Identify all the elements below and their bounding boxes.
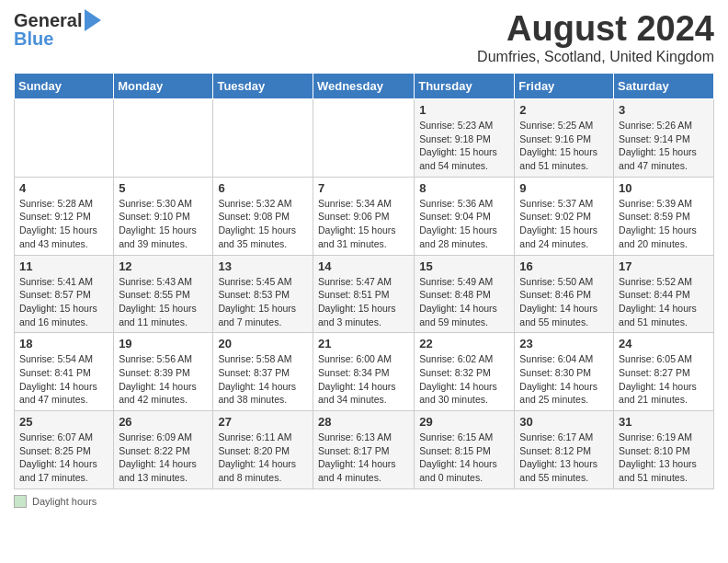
calendar-cell: 24Sunrise: 6:05 AM Sunset: 8:27 PM Dayli…	[614, 333, 714, 411]
calendar-day-header: Friday	[515, 74, 614, 99]
day-info: Sunrise: 5:47 AM Sunset: 8:51 PM Dayligh…	[318, 275, 409, 329]
logo-arrow-icon	[85, 9, 101, 31]
day-number: 28	[318, 415, 409, 429]
calendar-cell: 9Sunrise: 5:37 AM Sunset: 9:02 PM Daylig…	[515, 177, 614, 255]
calendar-cell: 31Sunrise: 6:19 AM Sunset: 8:10 PM Dayli…	[614, 411, 714, 489]
calendar-cell: 2Sunrise: 5:25 AM Sunset: 9:16 PM Daylig…	[515, 99, 614, 178]
calendar-cell: 18Sunrise: 5:54 AM Sunset: 8:41 PM Dayli…	[15, 333, 114, 411]
calendar-cell	[313, 99, 414, 178]
day-number: 5	[119, 181, 208, 195]
day-number: 2	[519, 103, 609, 117]
calendar-cell: 28Sunrise: 6:13 AM Sunset: 8:17 PM Dayli…	[313, 411, 414, 489]
day-info: Sunrise: 5:32 AM Sunset: 9:08 PM Dayligh…	[218, 197, 308, 251]
logo-general-text: General	[14, 11, 82, 29]
calendar-cell: 6Sunrise: 5:32 AM Sunset: 9:08 PM Daylig…	[213, 177, 313, 255]
day-number: 15	[419, 259, 509, 273]
day-number: 14	[318, 259, 409, 273]
calendar-day-header: Saturday	[614, 74, 714, 99]
calendar-cell: 26Sunrise: 6:09 AM Sunset: 8:22 PM Dayli…	[114, 411, 213, 489]
day-info: Sunrise: 6:09 AM Sunset: 8:22 PM Dayligh…	[119, 431, 208, 485]
logo: General Blue	[14, 9, 101, 48]
calendar-table: SundayMondayTuesdayWednesdayThursdayFrid…	[14, 73, 714, 489]
day-info: Sunrise: 5:52 AM Sunset: 8:44 PM Dayligh…	[619, 275, 709, 329]
day-info: Sunrise: 5:36 AM Sunset: 9:04 PM Dayligh…	[419, 197, 509, 251]
calendar-cell: 12Sunrise: 5:43 AM Sunset: 8:55 PM Dayli…	[114, 255, 213, 333]
calendar-cell: 13Sunrise: 5:45 AM Sunset: 8:53 PM Dayli…	[213, 255, 313, 333]
footer-note: Daylight hours	[14, 495, 714, 508]
calendar-header-row: SundayMondayTuesdayWednesdayThursdayFrid…	[15, 74, 714, 99]
day-info: Sunrise: 5:50 AM Sunset: 8:46 PM Dayligh…	[519, 275, 609, 329]
calendar-cell: 27Sunrise: 6:11 AM Sunset: 8:20 PM Dayli…	[213, 411, 313, 489]
day-info: Sunrise: 6:13 AM Sunset: 8:17 PM Dayligh…	[318, 431, 409, 485]
day-number: 19	[119, 337, 208, 350]
day-info: Sunrise: 5:56 AM Sunset: 8:39 PM Dayligh…	[119, 352, 208, 407]
day-info: Sunrise: 5:58 AM Sunset: 8:37 PM Dayligh…	[218, 352, 308, 407]
day-number: 24	[619, 337, 709, 350]
day-info: Sunrise: 6:19 AM Sunset: 8:10 PM Dayligh…	[619, 431, 709, 485]
calendar-cell	[213, 99, 313, 178]
calendar-cell: 5Sunrise: 5:30 AM Sunset: 9:10 PM Daylig…	[114, 177, 213, 255]
day-number: 17	[619, 259, 709, 273]
calendar-week-row: 11Sunrise: 5:41 AM Sunset: 8:57 PM Dayli…	[15, 255, 714, 333]
day-info: Sunrise: 5:39 AM Sunset: 8:59 PM Dayligh…	[619, 197, 709, 251]
day-number: 9	[519, 181, 609, 195]
day-info: Sunrise: 6:00 AM Sunset: 8:34 PM Dayligh…	[318, 352, 409, 407]
calendar-cell: 11Sunrise: 5:41 AM Sunset: 8:57 PM Dayli…	[15, 255, 114, 333]
day-info: Sunrise: 6:02 AM Sunset: 8:32 PM Dayligh…	[419, 352, 509, 407]
day-info: Sunrise: 5:37 AM Sunset: 9:02 PM Dayligh…	[519, 197, 609, 251]
day-info: Sunrise: 6:05 AM Sunset: 8:27 PM Dayligh…	[619, 352, 709, 407]
calendar-cell: 1Sunrise: 5:23 AM Sunset: 9:18 PM Daylig…	[415, 99, 515, 178]
day-info: Sunrise: 5:26 AM Sunset: 9:14 PM Dayligh…	[619, 119, 709, 173]
calendar-cell: 4Sunrise: 5:28 AM Sunset: 9:12 PM Daylig…	[15, 177, 114, 255]
calendar-cell	[15, 99, 114, 178]
calendar-day-header: Monday	[114, 74, 213, 99]
day-info: Sunrise: 5:30 AM Sunset: 9:10 PM Dayligh…	[119, 197, 208, 251]
day-info: Sunrise: 5:23 AM Sunset: 9:18 PM Dayligh…	[419, 119, 509, 173]
day-number: 4	[19, 181, 108, 195]
month-title: August 2024	[477, 9, 714, 49]
day-info: Sunrise: 5:28 AM Sunset: 9:12 PM Dayligh…	[19, 197, 108, 251]
calendar-cell: 30Sunrise: 6:17 AM Sunset: 8:12 PM Dayli…	[515, 411, 614, 489]
calendar-week-row: 4Sunrise: 5:28 AM Sunset: 9:12 PM Daylig…	[15, 177, 714, 255]
day-number: 10	[619, 181, 709, 195]
day-number: 21	[318, 337, 409, 350]
calendar-week-row: 25Sunrise: 6:07 AM Sunset: 8:25 PM Dayli…	[15, 411, 714, 489]
day-info: Sunrise: 6:15 AM Sunset: 8:15 PM Dayligh…	[419, 431, 509, 485]
calendar-day-header: Tuesday	[213, 74, 313, 99]
day-number: 25	[19, 415, 108, 429]
day-number: 30	[519, 415, 609, 429]
day-info: Sunrise: 5:45 AM Sunset: 8:53 PM Dayligh…	[218, 275, 308, 329]
day-info: Sunrise: 5:49 AM Sunset: 8:48 PM Dayligh…	[419, 275, 509, 329]
day-number: 3	[619, 103, 709, 117]
day-info: Sunrise: 6:11 AM Sunset: 8:20 PM Dayligh…	[218, 431, 308, 485]
day-number: 16	[519, 259, 609, 273]
calendar-cell: 20Sunrise: 5:58 AM Sunset: 8:37 PM Dayli…	[213, 333, 313, 411]
daylight-label: Daylight hours	[32, 496, 97, 507]
page-header: General Blue August 2024 Dumfries, Scotl…	[14, 9, 714, 65]
calendar-cell: 8Sunrise: 5:36 AM Sunset: 9:04 PM Daylig…	[415, 177, 515, 255]
day-number: 11	[19, 259, 108, 273]
calendar-cell: 25Sunrise: 6:07 AM Sunset: 8:25 PM Dayli…	[15, 411, 114, 489]
calendar-cell: 22Sunrise: 6:02 AM Sunset: 8:32 PM Dayli…	[415, 333, 515, 411]
day-info: Sunrise: 6:04 AM Sunset: 8:30 PM Dayligh…	[519, 352, 609, 407]
day-number: 7	[318, 181, 409, 195]
day-number: 29	[419, 415, 509, 429]
day-number: 23	[519, 337, 609, 350]
calendar-cell: 19Sunrise: 5:56 AM Sunset: 8:39 PM Dayli…	[114, 333, 213, 411]
day-number: 13	[218, 259, 308, 273]
calendar-cell: 21Sunrise: 6:00 AM Sunset: 8:34 PM Dayli…	[313, 333, 414, 411]
calendar-cell: 15Sunrise: 5:49 AM Sunset: 8:48 PM Dayli…	[415, 255, 515, 333]
calendar-cell	[114, 99, 213, 178]
calendar-cell: 29Sunrise: 6:15 AM Sunset: 8:15 PM Dayli…	[415, 411, 515, 489]
day-info: Sunrise: 5:25 AM Sunset: 9:16 PM Dayligh…	[519, 119, 609, 173]
calendar-cell: 14Sunrise: 5:47 AM Sunset: 8:51 PM Dayli…	[313, 255, 414, 333]
day-info: Sunrise: 6:07 AM Sunset: 8:25 PM Dayligh…	[19, 431, 108, 485]
calendar-day-header: Sunday	[15, 74, 114, 99]
day-info: Sunrise: 5:41 AM Sunset: 8:57 PM Dayligh…	[19, 275, 108, 329]
calendar-cell: 7Sunrise: 5:34 AM Sunset: 9:06 PM Daylig…	[313, 177, 414, 255]
day-info: Sunrise: 5:34 AM Sunset: 9:06 PM Dayligh…	[318, 197, 409, 251]
day-number: 6	[218, 181, 308, 195]
daylight-legend-box	[14, 495, 27, 508]
day-number: 8	[419, 181, 509, 195]
location-subtitle: Dumfries, Scotland, United Kingdom	[477, 49, 714, 65]
